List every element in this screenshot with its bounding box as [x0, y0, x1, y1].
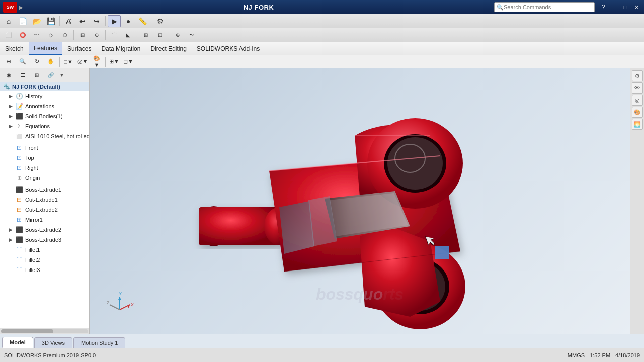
tree-item-fillet1[interactable]: ▶ ⌒ Fillet1 [0, 245, 89, 255]
pattern-btn[interactable]: ⊞ [139, 29, 152, 41]
tree-item-annotations[interactable]: ▶ 📝 Annotations [0, 101, 89, 111]
extrude-btn[interactable]: ⬜ [2, 29, 15, 41]
sep3 [151, 16, 151, 26]
view-rotate[interactable]: ↻ [30, 56, 43, 68]
loft-btn[interactable]: ◇ [44, 29, 57, 41]
menu-surfaces[interactable]: Surfaces [62, 42, 96, 55]
be2-expander[interactable]: ▶ [8, 227, 13, 232]
tab-3dviews[interactable]: 3D Views [34, 337, 72, 348]
maximize-button[interactable]: □ [621, 3, 630, 11]
rp-hide[interactable]: ◎ [632, 95, 643, 106]
annotations-expander[interactable]: ▶ [8, 104, 13, 109]
sep-v2 [105, 57, 106, 67]
chamfer-btn[interactable]: ◣ [122, 29, 135, 41]
save-btn[interactable]: 💾 [44, 15, 57, 27]
sep1 [59, 16, 60, 26]
tree-item-fillet2[interactable]: ▶ ⌒ Fillet2 [0, 255, 89, 265]
tab-model[interactable]: Model [2, 337, 33, 348]
cut-revolve-btn[interactable]: ⊙ [90, 29, 103, 41]
menu-sketch[interactable]: Sketch [0, 42, 29, 55]
undo-btn[interactable]: ↩ [76, 15, 89, 27]
print-btn[interactable]: 🖨 [62, 15, 75, 27]
tree-item-solidbodies[interactable]: ▶ ⬛ Solid Bodies(1) [0, 111, 89, 121]
cut1-icon: ⊟ [15, 196, 23, 204]
history-expander[interactable]: ▶ [8, 94, 13, 99]
select-btn[interactable]: ▶ [108, 15, 121, 27]
new-btn[interactable]: 📄 [16, 15, 29, 27]
tree-properties-btn[interactable]: ◉ [2, 69, 15, 81]
equations-expander[interactable]: ▶ [8, 124, 13, 129]
options-btn[interactable]: ⚙ [153, 15, 167, 27]
viewport[interactable]: X Y Z bossquorts [90, 68, 630, 334]
equations-icon: Σ [15, 122, 23, 130]
curves-btn[interactable]: 〜 [185, 29, 198, 41]
boss-extrude3-label: Boss-Extrude3 [25, 237, 61, 243]
view-section[interactable]: ⊞▼ [108, 56, 121, 68]
tree-item-boss-extrude2[interactable]: ▶ ⬛ Boss-Extrude2 [0, 225, 89, 235]
rp-display[interactable]: 👁 [632, 82, 643, 94]
measure-btn[interactable]: 📏 [136, 15, 149, 27]
window-controls[interactable]: ? — □ ✕ [599, 3, 641, 11]
sweep-btn[interactable]: 〰 [30, 29, 43, 41]
tree-item-cut-extrude1[interactable]: ▶ ⊟ Cut-Extrude1 [0, 195, 89, 205]
view-zoom-in[interactable]: 🔍 [16, 56, 29, 68]
menu-addins[interactable]: SOLIDWORKS Add-Ins [192, 42, 265, 55]
close-button[interactable]: ✕ [632, 3, 641, 11]
tree-item-front[interactable]: ▶ ⊡ Front [0, 143, 89, 153]
tree-root[interactable]: 🔩 NJ FORK (Default) [0, 82, 89, 91]
tree-item-cut-extrude2[interactable]: ▶ ⊟ Cut-Extrude2 [0, 205, 89, 215]
view-zoom-fit[interactable]: ⊕ [2, 56, 15, 68]
fillet2-label: Fillet2 [25, 257, 40, 263]
scroll-track [1, 329, 88, 333]
home-btn[interactable]: ⌂ [2, 15, 15, 27]
tree-grid-btn[interactable]: ⊞ [30, 69, 43, 81]
tree-item-fillet3[interactable]: ▶ ⌒ Fillet3 [0, 265, 89, 275]
search-input[interactable] [504, 4, 584, 10]
tree-item-origin[interactable]: ▶ ⊕ Origin [0, 173, 89, 183]
minimize-button[interactable]: — [610, 3, 619, 11]
reference-btn[interactable]: ⊕ [171, 29, 184, 41]
view-appearance[interactable]: 🎨▼ [90, 56, 103, 68]
menu-data-migration[interactable]: Data Migration [96, 42, 145, 55]
menu-features[interactable]: Features [29, 42, 62, 55]
boundary-btn[interactable]: ⬡ [58, 29, 71, 41]
tree-item-right[interactable]: ▶ ⊡ Right [0, 163, 89, 173]
title-bar-left: SW ▶ [3, 2, 23, 13]
tree-item-history[interactable]: ▶ 🕐 History [0, 91, 89, 101]
fillet-btn[interactable]: ⌒ [108, 29, 121, 41]
tree-item-mirror1[interactable]: ▶ ⊞ Mirror1 [0, 215, 89, 225]
mirror-btn[interactable]: ⊡ [153, 29, 167, 41]
rp-scenes[interactable]: 🌅 [632, 119, 643, 130]
view-display-style[interactable]: □▼ [62, 56, 75, 68]
open-btn[interactable]: 📂 [30, 15, 43, 27]
redo-btn[interactable]: ↪ [90, 15, 103, 27]
tree-item-boss-extrude3[interactable]: ▶ ⬛ Boss-Extrude3 [0, 235, 89, 245]
tab-motion-study[interactable]: Motion Study 1 [73, 337, 125, 348]
search-bar[interactable]: 🔍 [494, 2, 595, 12]
cut-extrude-btn[interactable]: ⊟ [76, 29, 89, 41]
tree-toolbar: ◉ ☰ ⊞ 🔗 ▼ [0, 68, 89, 82]
tree-item-material[interactable]: ▶ ⬜ AISI 1010 Steel, hot rolled [0, 131, 89, 141]
revolve-btn[interactable]: ⭕ [16, 29, 29, 41]
scroll-thumb[interactable] [1, 329, 53, 333]
rp-view-settings[interactable]: ⚙ [632, 70, 643, 81]
view-pan[interactable]: ✋ [44, 56, 57, 68]
menu-direct-editing[interactable]: Direct Editing [145, 42, 191, 55]
svg-text:Z: Z [107, 300, 110, 305]
view-hide-show[interactable]: ◎▼ [76, 56, 89, 68]
help-icon[interactable]: ? [599, 3, 608, 11]
tree-list-btn[interactable]: ☰ [16, 69, 29, 81]
zoom-btn[interactable]: ● [122, 15, 135, 27]
tree-item-top[interactable]: ▶ ⊡ Top [0, 153, 89, 163]
cut-extrude1-label: Cut-Extrude1 [25, 197, 58, 203]
view-orientation[interactable]: ◻▼ [122, 56, 135, 68]
tree-scrollbar[interactable] [0, 328, 89, 334]
tree-item-boss-extrude1[interactable]: ▶ ⬛ Boss-Extrude1 [0, 185, 89, 195]
be3-expander[interactable]: ▶ [8, 237, 13, 242]
tree-filter[interactable]: ▼ [58, 71, 65, 79]
toolbar-row1: ⌂ 📄 📂 💾 🖨 ↩ ↪ ▶ ● 📏 ⚙ [0, 14, 644, 28]
tree-item-equations[interactable]: ▶ Σ Equations [0, 121, 89, 131]
tree-link-btn[interactable]: 🔗 [44, 69, 57, 81]
solidbodies-expander[interactable]: ▶ [8, 114, 13, 119]
rp-appearance[interactable]: 🎨 [632, 107, 643, 118]
